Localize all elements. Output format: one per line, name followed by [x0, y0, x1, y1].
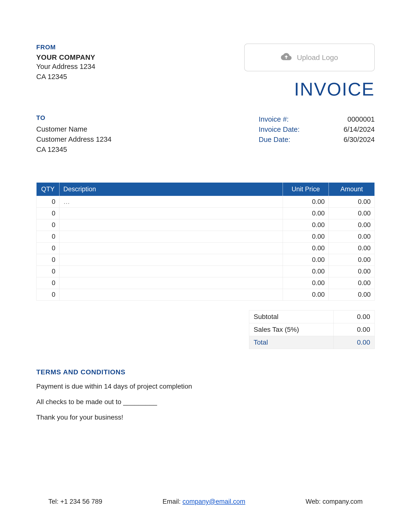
- cell-unit-price: 0.00: [283, 277, 329, 289]
- cell-description: [59, 208, 283, 219]
- cell-description: [59, 231, 283, 243]
- tax-value: 0.00: [334, 323, 375, 336]
- from-company: YOUR COMPANY: [36, 53, 95, 61]
- due-date-label: Due Date:: [259, 134, 290, 145]
- to-label: TO: [36, 114, 112, 122]
- cell-qty: 0: [37, 196, 59, 208]
- cell-qty: 0: [37, 219, 59, 231]
- cell-unit-price: 0.00: [283, 289, 329, 301]
- cell-description: [59, 243, 283, 254]
- cell-unit-price: 0.00: [283, 266, 329, 277]
- cell-unit-price: 0.00: [283, 254, 329, 266]
- table-row: 00.000.00: [37, 243, 375, 254]
- total-label: Total: [249, 336, 334, 349]
- from-label: FROM: [36, 44, 95, 51]
- table-row: 00.000.00: [37, 289, 375, 301]
- cell-amount: 0.00: [329, 277, 375, 289]
- upload-logo-button[interactable]: Upload Logo: [244, 44, 375, 71]
- table-row: 0…0.000.00: [37, 196, 375, 208]
- cell-amount: 0.00: [329, 208, 375, 219]
- terms-block: TERMS AND CONDITIONS Payment is due with…: [36, 368, 375, 422]
- cell-description: [59, 277, 283, 289]
- from-address: Your Address 1234: [36, 61, 95, 72]
- cell-unit-price: 0.00: [283, 231, 329, 243]
- footer-email: Email: company@email.com: [162, 498, 245, 505]
- from-block: FROM YOUR COMPANY Your Address 1234 CA 1…: [36, 44, 95, 82]
- table-row: 00.000.00: [37, 254, 375, 266]
- cell-unit-price: 0.00: [283, 219, 329, 231]
- document-title: INVOICE: [244, 79, 375, 100]
- totals-table: Subtotal 0.00 Sales Tax (5%) 0.00 Total …: [249, 310, 375, 349]
- invoice-date-label: Invoice Date:: [259, 124, 299, 134]
- cell-unit-price: 0.00: [283, 196, 329, 208]
- cell-qty: 0: [37, 289, 59, 301]
- footer-tel-value: +1 234 56 789: [60, 498, 102, 505]
- subtotal-label: Subtotal: [249, 311, 334, 323]
- cell-amount: 0.00: [329, 243, 375, 254]
- cell-qty: 0: [37, 208, 59, 219]
- terms-line-1: Payment is due within 14 days of project…: [36, 381, 375, 391]
- cell-qty: 0: [37, 254, 59, 266]
- terms-line-2: All checks to be made out to _________: [36, 397, 375, 407]
- upload-logo-label: Upload Logo: [297, 53, 338, 62]
- due-date-value: 6/30/2024: [344, 134, 375, 145]
- subtotal-value: 0.00: [334, 311, 375, 323]
- cell-qty: 0: [37, 243, 59, 254]
- to-city: CA 12345: [36, 144, 112, 154]
- col-header-description: Description: [59, 183, 283, 196]
- footer-tel: Tel: +1 234 56 789: [48, 498, 102, 505]
- cell-description: [59, 289, 283, 301]
- cell-unit-price: 0.00: [283, 243, 329, 254]
- cell-amount: 0.00: [329, 266, 375, 277]
- footer-tel-label: Tel:: [48, 498, 60, 505]
- table-row: 00.000.00: [37, 231, 375, 243]
- cell-amount: 0.00: [329, 219, 375, 231]
- cell-amount: 0.00: [329, 289, 375, 301]
- cell-description: [59, 254, 283, 266]
- cell-description: [59, 219, 283, 231]
- invoice-date-value: 6/14/2024: [344, 124, 375, 134]
- invoice-number-value: 0000001: [347, 114, 375, 124]
- table-row: 00.000.00: [37, 208, 375, 219]
- from-city: CA 12345: [36, 72, 95, 82]
- invoice-meta: Invoice #: 0000001 Invoice Date: 6/14/20…: [259, 114, 375, 154]
- footer-email-label: Email:: [162, 498, 183, 505]
- footer-web: Web: company.com: [306, 498, 363, 505]
- col-header-amount: Amount: [329, 183, 375, 196]
- cell-unit-price: 0.00: [283, 208, 329, 219]
- terms-line-3: Thank you for your business!: [36, 412, 375, 422]
- footer-web-label: Web:: [306, 498, 323, 505]
- terms-label: TERMS AND CONDITIONS: [36, 368, 375, 376]
- col-header-unit-price: Unit Price: [283, 183, 329, 196]
- line-items-table: QTY Description Unit Price Amount 0…0.00…: [36, 182, 375, 301]
- to-name: Customer Name: [36, 124, 112, 134]
- footer-email-link[interactable]: company@email.com: [183, 498, 245, 505]
- table-row: 00.000.00: [37, 219, 375, 231]
- cell-qty: 0: [37, 277, 59, 289]
- to-block: TO Customer Name Customer Address 1234 C…: [36, 114, 112, 154]
- cell-amount: 0.00: [329, 196, 375, 208]
- table-row: 00.000.00: [37, 266, 375, 277]
- cell-qty: 0: [37, 231, 59, 243]
- cell-qty: 0: [37, 266, 59, 277]
- cell-description: [59, 266, 283, 277]
- tax-label: Sales Tax (5%): [249, 323, 334, 336]
- cloud-upload-icon: [281, 52, 291, 63]
- invoice-number-label: Invoice #:: [259, 114, 289, 124]
- cell-amount: 0.00: [329, 254, 375, 266]
- footer-web-value: company.com: [323, 498, 363, 505]
- cell-description: …: [59, 196, 283, 208]
- total-value: 0.00: [334, 336, 375, 349]
- footer: Tel: +1 234 56 789 Email: company@email.…: [36, 498, 375, 505]
- to-address: Customer Address 1234: [36, 134, 112, 144]
- col-header-qty: QTY: [37, 183, 59, 196]
- table-row: 00.000.00: [37, 277, 375, 289]
- cell-amount: 0.00: [329, 231, 375, 243]
